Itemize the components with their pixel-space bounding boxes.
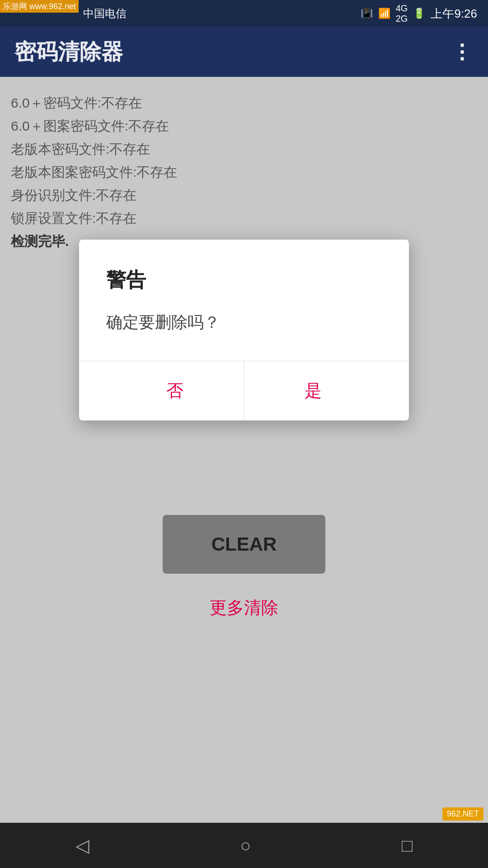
status-icons: 📳 📶 4G2G 🔋 上午9:26 xyxy=(361,3,477,24)
warning-dialog: 警告 确定要删除吗？ 否 是 xyxy=(79,240,409,420)
dialog-buttons: 否 是 xyxy=(106,361,382,420)
app-bar: 密码清除器 xyxy=(0,27,488,77)
bottom-watermark: 962.NET xyxy=(442,807,483,821)
home-button[interactable]: ○ xyxy=(240,835,251,856)
app-title: 密码清除器 xyxy=(14,38,123,66)
top-watermark: 乐游网 www.962.net xyxy=(0,0,79,13)
more-dot-3 xyxy=(460,57,464,61)
dialog-message: 确定要删除吗？ xyxy=(106,311,382,334)
dialog-title: 警告 xyxy=(106,267,382,293)
more-dot-1 xyxy=(460,43,464,47)
cancel-button[interactable]: 否 xyxy=(106,361,244,420)
more-dot-2 xyxy=(460,50,464,54)
recent-apps-button[interactable]: □ xyxy=(402,835,413,856)
battery-icon: 🔋 xyxy=(413,8,425,19)
more-options-button[interactable] xyxy=(451,36,474,68)
status-bar-left: 乐游网 www.962.net 中国电信 xyxy=(11,6,127,21)
status-bar: 乐游网 www.962.net 中国电信 📳 📶 4G2G 🔋 上午9:26 xyxy=(0,0,488,27)
confirm-button[interactable]: 是 xyxy=(244,361,382,420)
main-content: 6.0＋密码文件:不存在 6.0＋图案密码文件:不存在 老版本密码文件:不存在 … xyxy=(0,77,488,823)
navigation-bar: ◁ ○ □ xyxy=(0,823,488,868)
time-display: 上午9:26 xyxy=(431,6,477,22)
dialog-overlay: 警告 确定要删除吗？ 否 是 xyxy=(0,77,488,823)
signal-icon: 4G2G xyxy=(396,3,408,24)
carrier-label: 中国电信 xyxy=(83,6,127,21)
vibrate-icon: 📳 xyxy=(361,8,373,19)
wifi-icon: 📶 xyxy=(378,8,390,19)
back-button[interactable]: ◁ xyxy=(75,835,89,856)
